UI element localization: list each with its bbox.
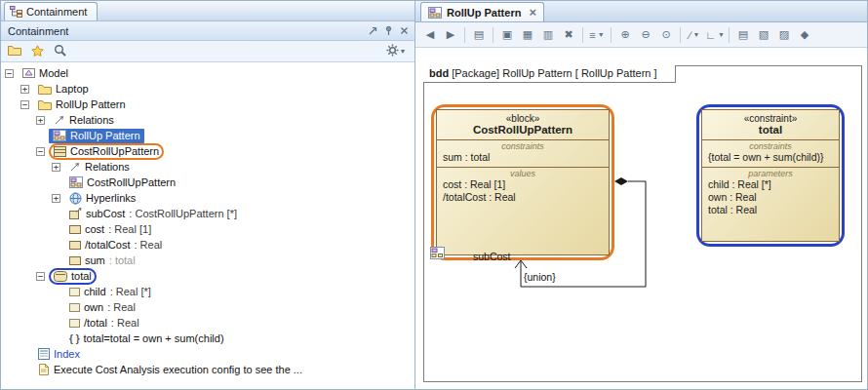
open-folder-button[interactable]	[5, 43, 24, 60]
tree-item-content[interactable]: own : Real	[64, 299, 140, 316]
float-panel-icon[interactable]	[366, 23, 380, 38]
tree-item-content[interactable]: RollUp Pattern	[49, 129, 144, 143]
settings-button[interactable]: ▼	[381, 43, 411, 60]
tree-item-content[interactable]: Index	[33, 346, 85, 363]
select-in-containment-tree-icon: ▤	[474, 28, 484, 41]
tree-item-content[interactable]: cost : Real [1]	[64, 221, 156, 238]
tree-item-content[interactable]: Hyperlinks	[64, 190, 140, 207]
tree-item-child[interactable]: child : Real [*]	[1, 284, 414, 299]
select-in-containment-tree-button[interactable]: ▤	[469, 25, 489, 45]
search-button[interactable]	[50, 43, 69, 60]
zoom-in-button[interactable]: ⊕	[615, 25, 635, 45]
tree-item-content[interactable]: { }total=total = own + sum(child)	[64, 331, 229, 347]
zoom-out-button[interactable]: ⊖	[636, 25, 655, 45]
tree-item-relations[interactable]: +Relations	[1, 112, 414, 128]
expand-toggle[interactable]: +	[36, 116, 45, 125]
tree-item-total[interactable]: −total	[1, 268, 414, 284]
tree-item-content[interactable]: /totalCost : Real	[64, 237, 167, 254]
tree-item-totalcost[interactable]: /totalCost : Real	[1, 237, 414, 253]
tree-item-content[interactable]: Execute Cost Analysis execution config t…	[33, 362, 307, 378]
expand-toggle[interactable]: +	[52, 194, 60, 203]
compartment-line[interactable]: child : Real [*]	[708, 178, 833, 191]
connector-adornment-label[interactable]: {union}	[524, 271, 556, 283]
path-type-button[interactable]: ∟▼	[705, 25, 725, 45]
lock-diagram-button[interactable]: ◆	[795, 25, 814, 45]
constraint-block-total[interactable]: «constraint» total constraints{total = o…	[701, 109, 840, 242]
compartment-line[interactable]: /totalCost : Real	[443, 191, 603, 204]
tree-item-execute-cost-analysis-execution-config-t[interactable]: Execute Cost Analysis execution config t…	[1, 362, 414, 377]
compartment-line[interactable]: own : Real	[708, 191, 833, 204]
tab-containment[interactable]: Containment	[4, 2, 98, 20]
compartment-line[interactable]: {total = own + sum(child)}	[708, 151, 833, 164]
tree-item-own[interactable]: own : Real	[1, 299, 414, 315]
compartment-line[interactable]: total : Real	[708, 204, 833, 216]
favorites-button[interactable]	[27, 43, 47, 60]
tree-item-sum[interactable]: sum : total	[1, 253, 414, 268]
tree-item-subcost[interactable]: subCost : CostRollUpPattern [*]	[1, 206, 414, 221]
expand-toggle[interactable]: +	[20, 85, 29, 94]
compartment-constraints: constraintssum : total	[437, 139, 609, 167]
tree-item-total-total-own-sum-child[interactable]: { }total=total = own + sum(child)	[1, 331, 414, 346]
tree-item-relations[interactable]: +Relations	[1, 159, 414, 175]
attached-diagram-icon[interactable]	[430, 247, 445, 261]
collapse-toggle[interactable]: −	[20, 100, 29, 109]
tree-item-content[interactable]: RollUp Pattern	[33, 97, 131, 113]
tree-item-content[interactable]: subCost : CostRollUpPattern [*]	[64, 206, 242, 222]
collapse-toggle[interactable]: −	[36, 272, 45, 281]
tree-item-hyperlinks[interactable]: +Hyperlinks	[1, 190, 414, 206]
copy-button[interactable]: ▣	[497, 25, 517, 45]
compartment-parameters: parameterschild : Real [*]own : Realtota…	[702, 167, 839, 241]
tree-item-label: Laptop	[56, 83, 89, 95]
tree-item-content[interactable]: child : Real [*]	[64, 284, 156, 300]
tree-item-total[interactable]: /total : Real	[1, 315, 414, 331]
tree-item-content[interactable]: total	[49, 268, 97, 285]
pin-panel-icon[interactable]	[381, 23, 396, 38]
close-panel-icon[interactable]	[397, 23, 412, 38]
line-style-button[interactable]: ∕▼	[685, 25, 704, 45]
tree-item-index[interactable]: Index	[1, 346, 414, 362]
connector-end-label[interactable]: subCost	[473, 251, 511, 262]
tree-item-content[interactable]: /total : Real	[64, 315, 144, 332]
block-costrolluppattern[interactable]: «block» CostRollUpPattern constraintssum…	[436, 109, 610, 255]
tree-item-type-suffix: : total	[109, 254, 136, 266]
paste-button[interactable]: ▦	[518, 25, 537, 45]
close-tab-icon[interactable]: ×	[529, 8, 536, 18]
tree-item-label: CostRollUpPattern	[70, 145, 159, 157]
layout-button[interactable]: ≡▼	[587, 25, 607, 45]
compartment-line[interactable]: sum : total	[443, 151, 603, 164]
tree-item-costrolluppattern[interactable]: CostRollUpPattern	[1, 175, 414, 190]
cut-button[interactable]: ▥	[538, 25, 558, 45]
tree-item-laptop[interactable]: +Laptop	[1, 81, 414, 97]
tree-item-label: child	[84, 286, 106, 297]
part-icon	[69, 208, 82, 220]
tree-item-content[interactable]: Laptop	[33, 81, 94, 98]
insert-image-button[interactable]: ▨	[774, 25, 794, 45]
tree-item-content[interactable]: Relations	[64, 159, 135, 176]
fit-in-window-button[interactable]: ⊙	[656, 25, 676, 45]
diagram-canvas[interactable]: bdd [Package] RollUp Pattern [ RollUp Pa…	[415, 48, 867, 389]
tree-item-model[interactable]: −Model	[1, 65, 414, 81]
compartment-line[interactable]: cost : Real [1]	[443, 178, 603, 191]
tab-rollup-pattern-diagram[interactable]: RollUp Pattern ×	[420, 2, 544, 21]
tree-item-rollup-pattern[interactable]: RollUp Pattern	[1, 128, 414, 143]
tree-item-cost[interactable]: cost : Real [1]	[1, 221, 414, 237]
zoom-in-icon: ⊕	[620, 28, 629, 41]
go-forward-button[interactable]: ▶	[441, 25, 460, 45]
expand-toggle[interactable]: +	[52, 163, 60, 172]
containment-tree[interactable]: −Model+Laptop−RollUp Pattern+RelationsRo…	[1, 62, 414, 389]
compartment-values: valuescost : Real [1]/totalCost : Real	[437, 167, 609, 254]
tree-item-costrolluppattern[interactable]: −CostRollUpPattern	[1, 143, 414, 159]
tree-item-content[interactable]: Model	[18, 65, 73, 82]
tree-item-content[interactable]: CostRollUpPattern	[64, 175, 180, 191]
add-note-button[interactable]: ▤	[733, 25, 753, 45]
go-back-button[interactable]: ◀	[420, 25, 440, 45]
tree-item-content[interactable]: sum : total	[64, 253, 140, 269]
delete-button[interactable]: ✖	[559, 25, 578, 45]
swimlanes-button[interactable]: ▧	[754, 25, 773, 45]
collapse-toggle[interactable]: −	[5, 69, 14, 78]
fit-in-window-icon: ⊙	[661, 28, 670, 41]
tree-item-content[interactable]: CostRollUpPattern	[49, 143, 164, 160]
tree-item-content[interactable]: Relations	[49, 112, 119, 129]
collapse-toggle[interactable]: −	[36, 147, 45, 156]
tree-item-rollup-pattern[interactable]: −RollUp Pattern	[1, 97, 414, 112]
